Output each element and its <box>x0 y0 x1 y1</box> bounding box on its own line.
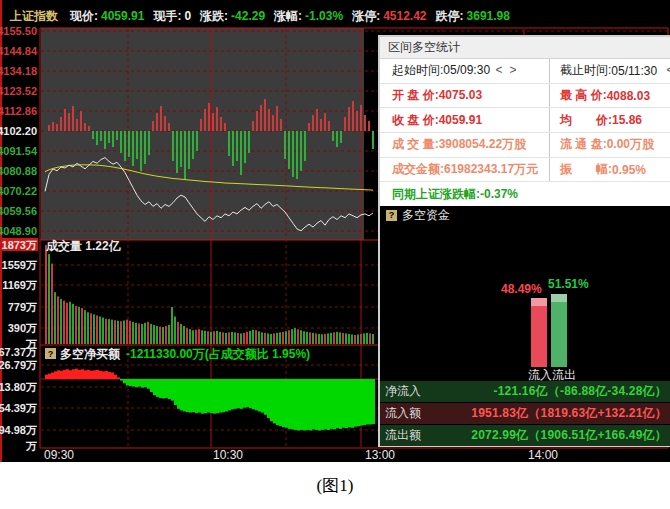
netflow-area-slice <box>144 379 147 387</box>
sentiment-bar <box>212 113 214 131</box>
netflow-area-slice <box>87 370 90 379</box>
outflow-amount-value: 2072.99亿（1906.51亿+166.49亿） <box>433 427 670 444</box>
volume-bar <box>183 326 185 344</box>
end-time-prev-button[interactable]: < <box>663 63 670 77</box>
volume-bar <box>60 299 62 344</box>
netflow-area-slice <box>210 379 213 413</box>
netflow-area-slice <box>285 379 288 428</box>
volume-bar <box>225 333 227 344</box>
volume-bar <box>372 334 374 344</box>
volume-bar <box>369 333 371 344</box>
volume-bar <box>192 330 194 344</box>
quote-field: 涨停:4512.42 <box>352 8 426 25</box>
volume-bar <box>234 332 236 344</box>
stats-row-close-avg: 收 盘 价:4059.91 均 价:15.86 <box>380 108 670 133</box>
float-shares-label: 流 通 盘: <box>560 136 607 153</box>
volume-bar <box>99 316 101 344</box>
top-info-bar: 上证指数 现价:4059.91现手:0涨跌:-42.29涨幅:-1.03%涨停:… <box>0 7 670 25</box>
sentiment-bar <box>128 131 130 157</box>
volume-bar <box>126 320 128 344</box>
net-inflow-value: -121.16亿（-86.88亿-34.28亿） <box>433 383 670 400</box>
sentiment-bar <box>108 131 110 143</box>
quote-field: 涨跌:-42.29 <box>200 8 265 25</box>
sentiment-bar <box>184 131 186 179</box>
sentiment-bar <box>232 131 234 166</box>
volume-bar <box>105 319 107 344</box>
netflow-area-slice <box>120 379 123 381</box>
netflow-axis-label: -54.39万 <box>0 402 37 414</box>
amplitude-value: 0.95% <box>612 163 646 177</box>
stats-row-open-high: 开 盘 价:4075.03 最 高 价:4088.03 <box>380 84 670 109</box>
volume-bar <box>159 327 161 344</box>
help-icon[interactable]: ? <box>386 210 397 221</box>
price-axis-label: 4080.88 <box>0 165 37 177</box>
sentiment-bar <box>160 106 162 131</box>
panel-title-bar[interactable]: 区间多空统计 <box>380 37 670 59</box>
outflow-bar-label: 流出 <box>552 367 576 381</box>
volume-bar <box>246 332 248 344</box>
sentiment-bar <box>148 131 150 155</box>
volume-bar <box>207 331 209 344</box>
sentiment-bar <box>136 131 138 159</box>
volume-bar <box>261 332 263 344</box>
stats-row-sh-change: 同期上证涨跌幅:-0.37% <box>380 182 670 206</box>
volume-bar <box>318 334 320 344</box>
sentiment-bar <box>312 115 314 131</box>
volume-bar <box>303 331 305 344</box>
volume-bar <box>333 332 335 344</box>
volume-bar <box>90 313 92 344</box>
netflow-area-slice <box>171 379 174 401</box>
start-time-next-button[interactable]: > <box>506 63 520 77</box>
sentiment-bar <box>292 131 294 177</box>
price-axis-label: 4059.56 <box>0 205 37 217</box>
volume-bar <box>75 306 77 344</box>
volume-bar <box>366 333 368 344</box>
price-axis-label: 4070.22 <box>0 185 37 197</box>
sentiment-bar <box>104 131 106 149</box>
netflow-area-slice <box>168 379 171 399</box>
time-axis-label: 10:30 <box>213 448 243 462</box>
netflow-area-slice <box>195 379 198 413</box>
outflow-amount-label: 流出额 <box>380 427 433 444</box>
netflow-area-slice <box>207 379 210 413</box>
volume-bar <box>231 332 233 344</box>
netflow-area-slice <box>282 379 285 427</box>
netflow-area-slice <box>306 379 309 430</box>
netflow-area-slice <box>159 379 162 398</box>
netflow-area-slice <box>129 379 132 386</box>
netflow-area-slice <box>249 379 252 408</box>
start-time-prev-button[interactable]: < <box>492 63 506 77</box>
volume-bar <box>306 332 308 344</box>
volume-bar <box>351 334 353 344</box>
sentiment-bar <box>356 111 358 131</box>
index-name: 上证指数 <box>0 8 70 25</box>
netflow-area-slice <box>48 374 51 379</box>
netflow-area-slice <box>234 379 237 409</box>
netflow-area-slice <box>369 379 372 425</box>
sentiment-bar <box>72 106 74 131</box>
float-shares-value: 0.00万股 <box>607 136 654 153</box>
netflow-area-slice <box>216 379 219 413</box>
sentiment-bar <box>372 131 374 149</box>
funds-section-header: ? 多空资金 <box>380 206 670 224</box>
avg-price-label: 均 价: <box>560 112 612 129</box>
volume-axis-label: 390万 <box>8 322 37 334</box>
volume-bar <box>336 332 338 344</box>
end-time-arrows: <> <box>663 63 670 77</box>
volume-bar <box>288 330 290 344</box>
price-axis-label: 4144.84 <box>0 45 38 57</box>
sentiment-bar <box>156 113 158 131</box>
volume-bar <box>165 326 167 344</box>
netflow-area-slice <box>135 379 138 387</box>
sentiment-bar <box>280 119 282 131</box>
high-price-value: 4088.03 <box>607 89 650 103</box>
netflow-area-slice <box>165 379 168 398</box>
netbuy-help-glyph: ? <box>48 349 54 359</box>
sentiment-bar <box>324 113 326 131</box>
sentiment-bar <box>48 125 50 131</box>
sentiment-bar <box>328 121 330 131</box>
netflow-area-slice <box>231 379 234 409</box>
netflow-area-slice <box>99 371 102 379</box>
volume-bar <box>222 332 224 344</box>
quote-field: 现价:4059.91 <box>70 8 144 25</box>
